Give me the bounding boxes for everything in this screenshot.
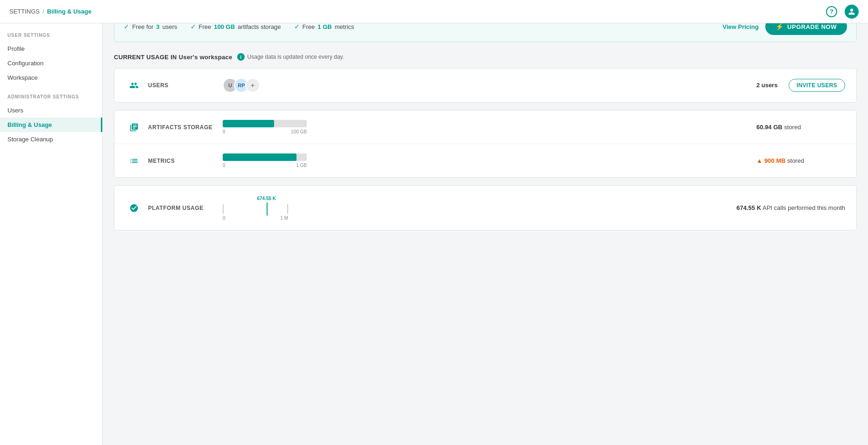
sidebar-item-billing[interactable]: Billing & Usage <box>0 118 102 132</box>
platform-card: PLATFORM USAGE 674.55 K 0 1 M 674.55 K A… <box>114 185 857 230</box>
sidebar-item-workspace[interactable]: Workspace <box>0 70 102 85</box>
banner-users-prefix: Free for <box>132 23 154 30</box>
banner-items: ✓ Free for 3 users ✓ Free 100 GB artifac… <box>124 23 354 30</box>
user-avatar-top[interactable] <box>845 5 859 19</box>
platform-min: 0 <box>223 216 226 221</box>
banner-users-highlight: 3 <box>156 23 160 30</box>
users-avatars: U RP + <box>223 78 742 93</box>
help-icon[interactable]: ? <box>826 6 837 17</box>
invite-users-button[interactable]: INVITE USERS <box>789 79 845 92</box>
banner-metrics-item: ✓ Free 1 GB metrics <box>294 23 354 30</box>
artifacts-max: 100 GB <box>291 129 307 134</box>
artifacts-progress-fill <box>223 120 274 127</box>
metrics-value: 900 MB <box>764 157 786 164</box>
artifacts-label: ARTIFACTS STORAGE <box>148 124 223 131</box>
usage-section-header: CURRENT USAGE IN User's workspace i Usag… <box>114 53 857 61</box>
users-row: USERS U RP + 2 users INVITE USERS <box>114 69 856 102</box>
platform-stat: 674.55 K API calls performed this month <box>722 204 845 211</box>
upgrade-now-label: UPGRADE NOW <box>787 23 837 30</box>
artifacts-progress-track <box>223 120 307 127</box>
breadcrumb: SETTINGS / Billing & Usage <box>9 8 92 15</box>
artifacts-row: ARTIFACTS STORAGE 0 100 GB 60.94 GB stor… <box>114 111 856 144</box>
topbar-actions: ? <box>826 5 859 19</box>
storage-metrics-card: ARTIFACTS STORAGE 0 100 GB 60.94 GB stor… <box>114 110 857 178</box>
check-icon-metrics: ✓ <box>294 23 300 30</box>
breadcrumb-separator: / <box>42 8 44 15</box>
sidebar-item-users[interactable]: Users <box>0 103 102 118</box>
metrics-stat: ▲900 MB stored <box>742 157 845 164</box>
sidebar-item-profile[interactable]: Profile <box>0 42 102 56</box>
metrics-progress-fill <box>223 153 296 161</box>
warning-icon: ▲ <box>756 157 762 164</box>
platform-marker <box>267 202 268 216</box>
banner-users-item: ✓ Free for 3 users <box>124 23 177 30</box>
banner-users-suffix: users <box>162 23 177 30</box>
banner-metrics-suffix: metrics <box>335 23 354 30</box>
platform-icon <box>126 203 142 213</box>
metrics-row: METRICS 0 1 GB ▲900 MB stored <box>114 144 856 177</box>
metrics-progress: 0 1 GB <box>223 153 742 168</box>
check-icon-users: ✓ <box>124 23 129 30</box>
sidebar-item-storage[interactable]: Storage Cleanup <box>0 132 102 146</box>
metrics-progress-labels: 0 1 GB <box>223 163 307 168</box>
metrics-icon <box>126 156 142 166</box>
platform-range-labels: 0 1 M <box>223 216 288 221</box>
sidebar: USER SETTINGS Profile Configuration Work… <box>0 23 103 243</box>
topbar: SETTINGS / Billing & Usage ? <box>0 0 868 23</box>
banner-storage-highlight: 100 GB <box>214 23 235 30</box>
artifacts-value: 60.94 GB <box>756 124 783 131</box>
check-icon-storage: ✓ <box>191 23 196 30</box>
sidebar-item-label: Storage Cleanup <box>7 136 53 143</box>
usage-title: CURRENT USAGE IN User's workspace <box>114 54 233 61</box>
artifacts-icon <box>126 123 142 132</box>
admin-settings-label: ADMINISTRATOR SETTINGS <box>0 94 102 103</box>
users-label: USERS <box>148 82 223 89</box>
sidebar-item-label: Users <box>7 107 23 114</box>
artifacts-progress-labels: 0 100 GB <box>223 129 307 134</box>
sidebar-item-label: Workspace <box>7 74 38 81</box>
main-content: ✓ Free for 3 users ✓ Free 100 GB artifac… <box>103 0 868 243</box>
banner-metrics-prefix: Free <box>303 23 315 30</box>
artifacts-stat: 60.94 GB stored <box>742 124 845 131</box>
artifacts-progress: 0 100 GB <box>223 120 742 134</box>
usage-tooltip: i Usage data is updated once every day. <box>237 53 344 61</box>
metrics-progress-track <box>223 153 307 161</box>
metrics-max: 1 GB <box>296 163 307 168</box>
platform-row: PLATFORM USAGE 674.55 K 0 1 M 674.55 K A… <box>114 186 856 230</box>
sidebar-item-label: Profile <box>7 45 25 52</box>
users-count: 2 users <box>756 82 778 89</box>
users-stat: 2 users INVITE USERS <box>742 79 845 92</box>
platform-max: 1 M <box>280 216 288 221</box>
artifacts-suffix: stored <box>783 124 801 131</box>
platform-marker-label: 674.55 K <box>257 196 276 201</box>
platform-value: 674.55 K <box>736 204 761 211</box>
metrics-min: 0 <box>223 163 226 168</box>
platform-label: PLATFORM USAGE <box>148 205 223 211</box>
avatar-add: + <box>245 78 260 93</box>
banner-storage-prefix: Free <box>199 23 212 30</box>
artifacts-min: 0 <box>223 129 226 134</box>
users-icon <box>126 81 142 90</box>
settings-link[interactable]: SETTINGS <box>9 8 40 15</box>
banner-storage-suffix: artifacts storage <box>238 23 281 30</box>
banner-metrics-highlight: 1 GB <box>318 23 332 30</box>
user-settings-label: USER SETTINGS <box>0 33 102 42</box>
current-page-label: Billing & Usage <box>47 8 92 15</box>
tooltip-text: Usage data is updated once every day. <box>247 54 344 60</box>
bolt-icon: ⚡ <box>776 23 784 30</box>
users-card: USERS U RP + 2 users INVITE USERS <box>114 68 857 103</box>
banner-storage-item: ✓ Free 100 GB artifacts storage <box>191 23 281 30</box>
sidebar-item-label: Configuration <box>7 60 43 67</box>
sidebar-item-label: Billing & Usage <box>7 121 52 128</box>
view-pricing-link[interactable]: View Pricing <box>723 23 759 30</box>
platform-suffix: API calls performed this month <box>761 204 845 211</box>
info-icon: i <box>237 53 245 61</box>
metrics-suffix: stored <box>785 157 804 164</box>
metrics-label: METRICS <box>148 158 223 164</box>
platform-visual: 674.55 K 0 1 M <box>223 195 722 221</box>
sidebar-item-configuration[interactable]: Configuration <box>0 56 102 70</box>
